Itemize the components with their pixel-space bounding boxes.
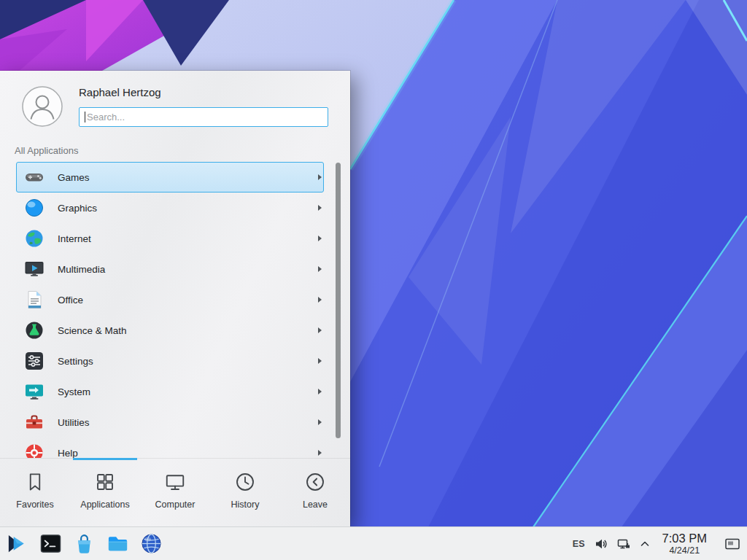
category-item-help[interactable]: Help: [16, 438, 324, 458]
globe-icon: [24, 228, 44, 249]
chevron-right-icon: [318, 358, 322, 364]
category-list: Games Graphics Internet: [0, 162, 350, 458]
keyboard-layout-indicator[interactable]: ES: [573, 539, 585, 549]
chevron-right-icon: [318, 266, 322, 272]
category-item-graphics[interactable]: Graphics: [16, 192, 324, 223]
application-launcher-menu: Raphael Hertzog All Applications Games G…: [0, 71, 350, 526]
clock-time: 7:03 PM: [662, 532, 707, 545]
tab-label: Applications: [80, 499, 129, 510]
bookmark-icon: [24, 471, 46, 493]
chevron-right-icon: [318, 297, 322, 303]
category-item-multimedia[interactable]: Multimedia: [16, 254, 324, 284]
search-input[interactable]: [79, 107, 328, 127]
all-applications-label: All Applications: [15, 145, 78, 156]
settings-sliders-icon: [24, 351, 44, 371]
taskbar-panel: ES 7:03 PM 4/24/21: [0, 526, 747, 560]
history-clock-icon: [234, 471, 256, 493]
tab-leave[interactable]: Leave: [280, 459, 350, 526]
category-label: Settings: [58, 356, 318, 367]
tab-history[interactable]: History: [210, 459, 280, 526]
chevron-right-icon: [318, 419, 322, 425]
multimedia-monitor-icon: [24, 259, 44, 279]
category-item-science-math[interactable]: Science & Math: [16, 315, 324, 346]
user-name: Raphael Hertzog: [79, 86, 161, 98]
digital-clock[interactable]: 7:03 PM 4/24/21: [662, 532, 707, 555]
category-label: Internet: [58, 233, 318, 244]
category-label: Science & Math: [58, 325, 318, 336]
desktop: Raphael Hertzog All Applications Games G…: [0, 0, 747, 560]
tab-label: Favorites: [16, 499, 53, 510]
category-item-system[interactable]: System: [16, 376, 324, 407]
computer-icon: [164, 471, 186, 493]
category-label: Multimedia: [58, 264, 318, 275]
chevron-right-icon: [318, 450, 322, 456]
expand-tray-caret-icon[interactable]: [640, 539, 650, 549]
category-label: Games: [58, 172, 318, 183]
chevron-right-icon: [318, 236, 322, 241]
chevron-right-icon: [318, 389, 322, 394]
network-icon[interactable]: [617, 537, 630, 551]
category-label: Help: [58, 448, 318, 459]
tab-computer[interactable]: Computer: [140, 459, 210, 526]
tab-label: History: [231, 499, 260, 510]
graphics-sphere-icon: [24, 198, 44, 218]
chevron-right-icon: [318, 174, 322, 180]
leave-icon: [304, 471, 326, 493]
tab-label: Leave: [303, 499, 328, 510]
category-label: Office: [58, 295, 318, 306]
app-grid-icon: [94, 471, 116, 493]
category-item-office[interactable]: Office: [16, 284, 324, 315]
file-manager-icon[interactable]: [107, 532, 129, 555]
category-label: Utilities: [58, 417, 318, 428]
discover-icon[interactable]: [73, 532, 96, 555]
category-item-utilities[interactable]: Utilities: [16, 407, 324, 438]
system-monitor-icon: [24, 381, 44, 402]
person-icon: [22, 86, 63, 127]
flask-icon: [24, 320, 44, 341]
web-browser-icon[interactable]: [140, 532, 163, 555]
category-label: Graphics: [58, 203, 318, 214]
toolbox-icon: [24, 412, 44, 432]
tab-favorites[interactable]: Favorites: [0, 459, 70, 526]
list-scrollbar[interactable]: [336, 163, 341, 438]
launcher-tab-bar: Favorites Applications Computer History: [0, 458, 350, 526]
tab-label: Computer: [155, 499, 196, 510]
clock-date: 4/24/21: [669, 545, 700, 556]
volume-icon[interactable]: [595, 537, 608, 551]
gamepad-icon: [24, 167, 44, 187]
category-item-settings[interactable]: Settings: [16, 346, 324, 376]
kickoff-launcher-icon[interactable]: [6, 532, 28, 555]
category-item-internet[interactable]: Internet: [16, 223, 324, 254]
taskbar-launchers: [0, 532, 163, 555]
launcher-header: Raphael Hertzog: [0, 71, 350, 138]
category-item-games[interactable]: Games: [16, 162, 324, 192]
user-avatar[interactable]: [22, 86, 63, 127]
document-icon: [24, 289, 44, 310]
text-cursor: [85, 112, 85, 122]
search-field-wrap: [79, 107, 328, 127]
system-tray: ES 7:03 PM 4/24/21: [573, 532, 747, 555]
category-label: System: [58, 386, 318, 397]
show-desktop-icon[interactable]: [724, 535, 741, 553]
tab-applications[interactable]: Applications: [70, 459, 140, 526]
chevron-right-icon: [318, 205, 322, 211]
konsole-icon[interactable]: [39, 532, 62, 555]
chevron-right-icon: [318, 327, 322, 333]
help-buoy-icon: [24, 443, 44, 458]
